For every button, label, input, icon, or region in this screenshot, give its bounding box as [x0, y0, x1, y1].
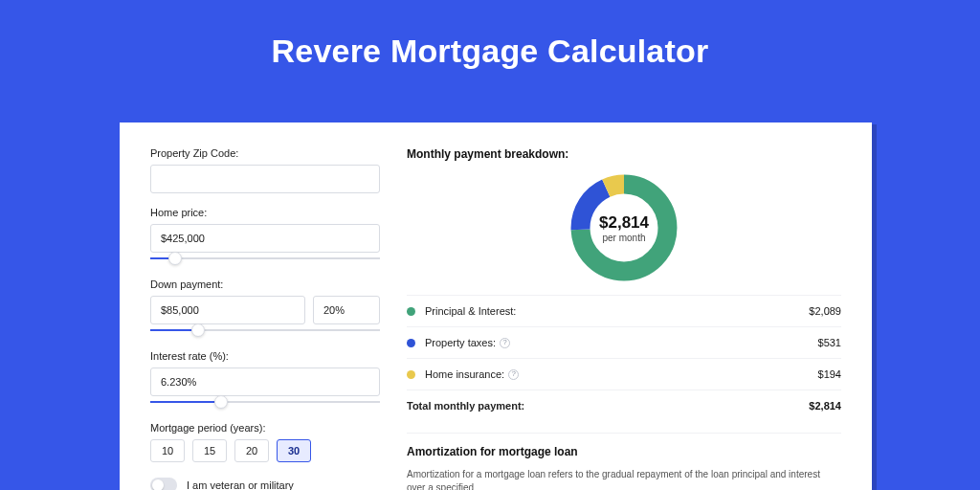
donut-chart-wrap: $2,814 per month [407, 170, 841, 285]
legend-value: $2,089 [809, 305, 841, 317]
legend: Principal & Interest: $2,089 Property ta… [407, 295, 841, 421]
veteran-toggle[interactable] [150, 478, 177, 490]
breakdown-title: Monthly payment breakdown: [407, 147, 841, 161]
donut-chart: $2,814 per month [567, 170, 681, 285]
legend-name: Principal & Interest: [425, 305, 809, 317]
slider-thumb[interactable] [168, 252, 182, 265]
legend-total-label: Total monthly payment: [407, 400, 809, 412]
home-price-input[interactable] [150, 224, 380, 253]
down-payment-slider[interactable] [150, 323, 380, 337]
legend-dot-green [407, 307, 415, 316]
help-icon[interactable]: ? [500, 338, 510, 348]
zip-group: Property Zip Code: [150, 147, 380, 193]
legend-value: $194 [818, 368, 841, 380]
breakdown-column: Monthly payment breakdown: $2,814 per mo… [407, 147, 841, 490]
legend-row-total: Total monthly payment: $2,814 [407, 390, 841, 421]
period-30-button[interactable]: 30 [277, 439, 311, 462]
down-payment-pct-input[interactable] [313, 296, 380, 324]
period-group: Mortgage period (years): 10 15 20 30 [150, 422, 380, 462]
legend-row-insurance: Home insurance: ? $194 [407, 358, 841, 390]
legend-total-value: $2,814 [809, 400, 841, 412]
legend-value: $531 [818, 337, 841, 348]
home-price-group: Home price: [150, 207, 380, 265]
page: Revere Mortgage Calculator Property Zip … [0, 0, 980, 490]
down-payment-label: Down payment: [150, 278, 380, 290]
slider-thumb[interactable] [191, 323, 205, 337]
help-icon[interactable]: ? [508, 369, 519, 380]
legend-dot-yellow [407, 370, 415, 379]
home-price-label: Home price: [150, 207, 380, 218]
interest-slider[interactable] [150, 395, 380, 409]
legend-row-principal: Principal & Interest: $2,089 [407, 295, 841, 326]
veteran-row: I am veteran or military [150, 478, 380, 490]
period-15-button[interactable]: 15 [192, 439, 227, 462]
home-price-slider[interactable] [150, 252, 380, 265]
donut-center: $2,814 per month [567, 170, 681, 285]
donut-sub: per month [602, 233, 645, 243]
calculator-card: Property Zip Code: Home price: Down paym… [120, 122, 872, 490]
legend-row-taxes: Property taxes: ? $531 [407, 326, 841, 358]
page-title: Revere Mortgage Calculator [0, 0, 980, 70]
amortization-text: Amortization for a mortgage loan refers … [407, 468, 841, 490]
interest-input[interactable] [150, 368, 380, 396]
period-20-button[interactable]: 20 [234, 439, 269, 462]
zip-label: Property Zip Code: [150, 147, 380, 159]
toggle-knob [152, 479, 164, 490]
zip-input[interactable] [150, 165, 380, 193]
down-payment-group: Down payment: [150, 278, 380, 337]
legend-name: Home insurance: ? [425, 368, 818, 380]
interest-group: Interest rate (%): [150, 350, 380, 409]
period-10-button[interactable]: 10 [150, 439, 185, 462]
interest-label: Interest rate (%): [150, 350, 380, 362]
veteran-label: I am veteran or military [187, 479, 294, 490]
card-inner: Property Zip Code: Home price: Down paym… [120, 122, 872, 490]
period-label: Mortgage period (years): [150, 422, 380, 434]
slider-thumb[interactable] [214, 395, 228, 409]
period-buttons: 10 15 20 30 [150, 439, 380, 462]
legend-name: Property taxes: ? [425, 337, 818, 348]
form-column: Property Zip Code: Home price: Down paym… [150, 147, 380, 490]
down-payment-input[interactable] [150, 296, 305, 324]
legend-dot-blue [407, 339, 415, 347]
amortization-title: Amortization for mortgage loan [407, 433, 841, 458]
donut-amount: $2,814 [599, 213, 649, 233]
